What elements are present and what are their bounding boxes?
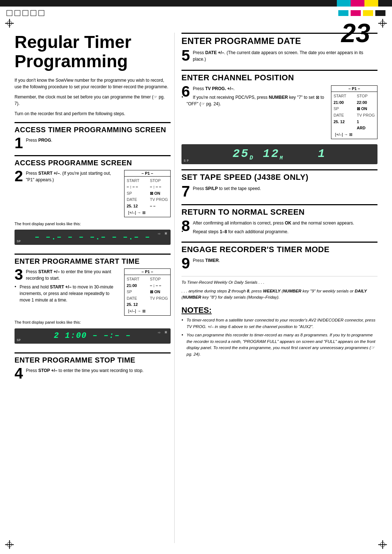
step-2-display-note: The front display panel looks like this:	[15, 221, 171, 227]
weekly-divider	[181, 276, 377, 276]
step-6-display-sp: SP	[184, 159, 190, 163]
crosshair-topleft	[5, 19, 14, 28]
color-black	[378, 0, 392, 7]
step-3-content: 3 – P1 – START STOP 21:00 – : – –	[15, 268, 171, 318]
step-2-row-4: DATE TV PROG	[127, 197, 168, 203]
step-4-heading: ENTER PROGRAMME STOP TIME	[15, 352, 171, 364]
step-2-display-text: – –.– – – –.– – –.– –	[20, 233, 166, 242]
step-9-number: 9	[181, 257, 190, 271]
step-3-display-icon1: ⇨	[158, 330, 160, 335]
reg-mark-group-right	[338, 10, 385, 16]
color-magenta	[351, 0, 364, 7]
step-6-arrow: [+/–] → ⊠	[334, 132, 375, 138]
step-2-display-sp: SP	[17, 240, 21, 243]
reg-square-5	[38, 10, 44, 16]
step-2-table-body: START STOP – : – – – : – – SP ⊠ ON	[124, 177, 170, 217]
step-3-heading: ENTER PROGRAMME START TIME	[15, 254, 171, 266]
color-yellow	[364, 0, 378, 7]
reg-square-3	[23, 10, 28, 16]
top-bar-colors	[337, 0, 392, 7]
step-6-display: SP 25D 12M 1	[181, 144, 377, 164]
step-6-table-wrap: – P1 – START STOP 21:00 22:00 SP	[331, 85, 377, 139]
reg-square-4	[30, 10, 36, 16]
step-2-arrow: [+/–] → ⊠	[127, 210, 168, 216]
step-1-content: 1 Press PROG.	[15, 137, 171, 151]
reg-color-magenta	[351, 10, 361, 16]
step-3-col-start-label: START	[127, 276, 145, 283]
step-3-table-header: – P1 –	[124, 269, 170, 275]
step-8-block: RETURN TO NORMAL SCREEN 8 After confirmi…	[181, 204, 377, 236]
step-4-body: Press STOP +/– to enter the time you wan…	[15, 367, 171, 374]
step-1-body: Press PROG.	[15, 137, 171, 143]
step-6-col-tvprog: TV PROG	[357, 112, 375, 119]
step-5-body: Press DATE +/–. (The current date appear…	[181, 49, 377, 62]
step-6-heading: ENTER CHANNEL POSITION	[181, 70, 377, 82]
step-7-heading: SET TAPE SPEED (J438E ONLY)	[181, 169, 377, 182]
crosshair-topright	[378, 19, 387, 28]
step-7-block: SET TAPE SPEED (J438E ONLY) 7 Press SP/L…	[181, 169, 377, 199]
step-2-col-stop-val: – : – –	[150, 184, 168, 190]
step-8-bullet: Repeat steps 1–8 for each additional pro…	[181, 229, 377, 235]
step-2-col-tvprog: TV PROG	[150, 197, 168, 203]
step-8-body: After confirming all information is corr…	[181, 220, 377, 226]
top-bar-black	[0, 0, 337, 7]
step-5-content: 5 Press DATE +/–. (The current date appe…	[181, 49, 377, 65]
step-3-display-note: The front display panel looks like this:	[15, 319, 171, 325]
main-content: Regular Timer Programming If you don't k…	[15, 33, 377, 543]
step-2-table-header: – P1 –	[124, 170, 170, 177]
step-3-block: ENTER PROGRAMME START TIME 3 – P1 – STAR…	[15, 254, 171, 348]
step-2-col-stop-label: STOP	[150, 178, 168, 184]
step-4-block: ENTER PROGRAMME STOP TIME 4 Press STOP +…	[15, 352, 171, 381]
step-6-block: ENTER CHANNEL POSITION 6 – P1 – START ST…	[181, 70, 377, 164]
step-6-col-date: DATE	[334, 112, 352, 119]
notes-section: NOTES: To timer-record from a satellite …	[181, 306, 377, 358]
notes-item-2: You can programme this recorder to timer…	[181, 332, 377, 358]
step-1-block: ACCESS TIMER PROGRAMMING SCREEN 1 Press …	[15, 122, 171, 151]
step-6-table-header: – P1 –	[331, 86, 377, 92]
step-6-row-5: 25. 12 1	[334, 119, 375, 125]
intro-text-1: If you don't know the SowView number for…	[15, 77, 171, 90]
step-3-number: 3	[15, 268, 23, 282]
step-8-heading: RETURN TO NORMAL SCREEN	[181, 204, 377, 217]
step-1-number: 1	[15, 137, 23, 151]
notes-title: NOTES:	[181, 306, 377, 315]
step-2-table: – P1 – START STOP – : – – – : – –	[124, 170, 171, 217]
step-2-col-start-label: START	[127, 178, 145, 184]
weekly-body: . . . anytime during steps 2 through 8, …	[181, 288, 377, 301]
step-6-bullet: If you're not receiving PDC/VPS, press N…	[181, 94, 377, 107]
reg-color-black2	[375, 10, 385, 16]
reg-marks-top	[0, 8, 392, 18]
step-4-number: 4	[15, 367, 23, 381]
step-6-col-ard: ARD	[357, 125, 375, 132]
step-2-number: 2	[15, 170, 23, 184]
reg-square-2	[15, 10, 20, 16]
step-8-content: 8 After confirming all information is co…	[181, 220, 377, 236]
reg-color-cyan	[338, 10, 348, 16]
step-2-display: SP ⇨ ▣ – –.– – – –.– – –.– –	[15, 230, 171, 245]
step-5-block: ENTER PROGRAMME DATE 5 Press DATE +/–. (…	[181, 33, 377, 65]
step-2-row-5: 25. 12 – –	[127, 203, 168, 210]
step-2-table-wrap: – P1 – START STOP – : – – – : – –	[124, 170, 171, 217]
weekly-note: To Timer-Record Weekly Or Daily Serials …	[181, 279, 377, 286]
step-2-col-start-val: – : – –	[127, 184, 145, 190]
reg-mark-group-left	[7, 10, 44, 16]
step-2-content: 2 – P1 – START STOP – : – – – : – –	[15, 170, 171, 219]
color-cyan	[337, 0, 351, 7]
step-2-col-on: ⊠ ON	[150, 190, 168, 197]
right-column: ENTER PROGRAMME DATE 5 Press DATE +/–. (…	[181, 33, 377, 543]
step-6-row-4: DATE TV PROG	[334, 112, 375, 119]
step-2-heading: ACCESS PROGRAMME SCREEN	[15, 155, 171, 167]
step-7-body: Press SP/LP to set the tape speed.	[181, 185, 377, 192]
step-3-display-text: 2 1:00 – –:– –	[20, 331, 166, 340]
step-5-heading: ENTER PROGRAMME DATE	[181, 33, 377, 46]
top-color-bar	[0, 0, 392, 7]
step-2-col-tvprog-val: – –	[150, 203, 168, 210]
notes-item-1: To timer-record from a satellite tuner c…	[181, 317, 377, 330]
step-9-block: ENGAGE RECORDER'S TIMER MODE 9 Press TIM…	[181, 242, 377, 271]
crosshair-bottomleft	[5, 540, 14, 549]
step-9-heading: ENGAGE RECORDER'S TIMER MODE	[181, 242, 377, 254]
intro-text-3: Turn on the recorder first and perform t…	[15, 110, 171, 117]
step-6-display-text: 25D 12M 1	[187, 147, 372, 161]
step-6-col-ard-empty	[334, 125, 352, 132]
left-column: Regular Timer Programming If you don't k…	[15, 33, 171, 543]
